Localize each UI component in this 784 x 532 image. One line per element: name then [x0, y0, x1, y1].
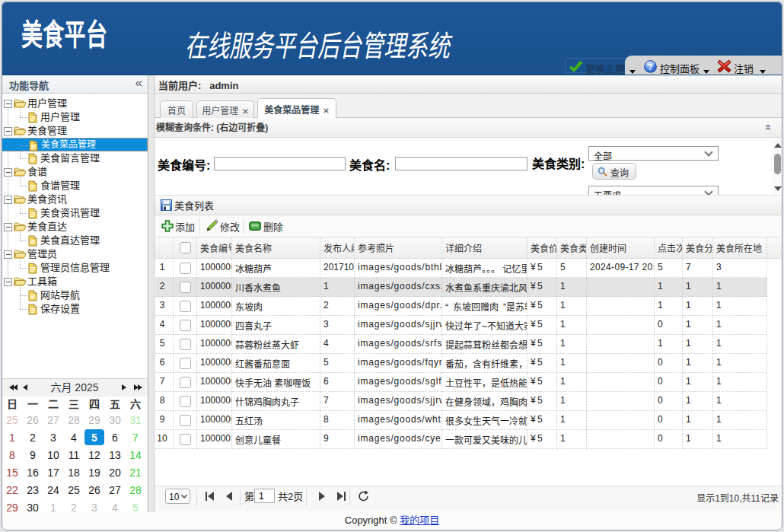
svg-text:?: ?	[649, 62, 653, 72]
